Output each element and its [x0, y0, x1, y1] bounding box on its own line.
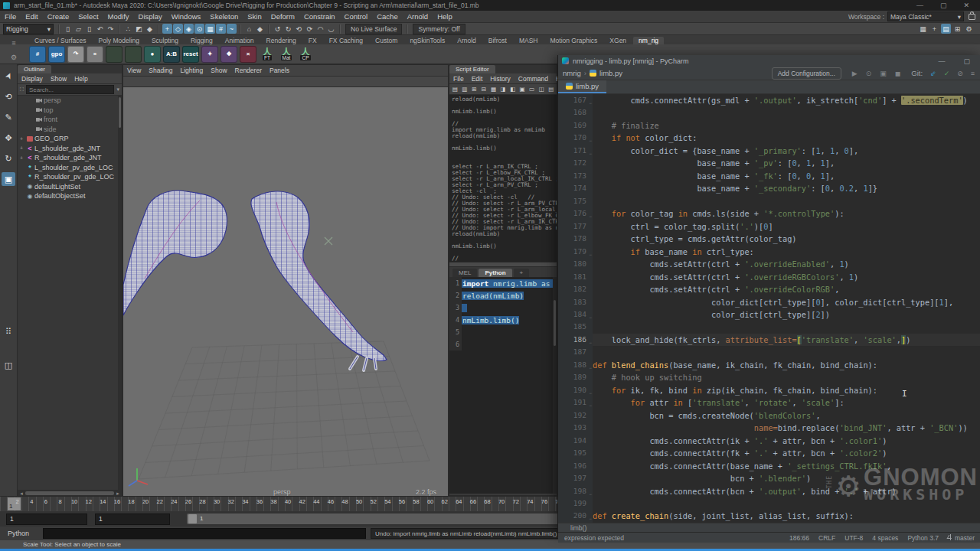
code-line-198[interactable]: 198− cmds.connectAttr(bcn + '.output', b… — [558, 485, 980, 497]
lock-selection-icon[interactable]: ⌂ — [244, 24, 254, 34]
script-editor-menu-history[interactable]: History — [486, 75, 514, 83]
run-icon[interactable]: ▶ — [851, 70, 859, 77]
code-line-194[interactable]: 194 cmds.connectAttr(ik + '.' + attr, bc… — [558, 435, 980, 447]
viewport-menu-view[interactable]: View — [123, 67, 145, 74]
outliner-item-side[interactable]: side — [18, 125, 122, 135]
snap-magnet-icon[interactable]: ~ — [227, 24, 237, 34]
delete-rig-tool-icon[interactable]: × — [240, 46, 256, 63]
live-surface-field[interactable]: No Live Surface — [345, 24, 402, 34]
rig-tool-a-icon[interactable]: ✦ — [201, 46, 218, 63]
echo-commands-icon[interactable]: ◨ — [499, 85, 508, 93]
code-line-181[interactable]: 181 cmds.setAttr(ctrl + '.overrideRGBCol… — [558, 271, 980, 283]
code-line-190[interactable]: 190− for ik, fk, bind in zip(ik_chain, f… — [558, 384, 980, 396]
stop-icon[interactable]: ◼ — [893, 70, 902, 77]
menu-cache[interactable]: Cache — [372, 12, 402, 21]
viewport-menu-lighting[interactable]: Lighting — [176, 67, 207, 74]
highlight-selection-icon[interactable]: ◆ — [255, 24, 265, 34]
menu-arnold[interactable]: Arnold — [403, 12, 433, 21]
menu-deform[interactable]: Deform — [266, 12, 299, 21]
undo-icon[interactable]: ↶ — [95, 24, 105, 34]
menu-create[interactable]: Create — [43, 12, 74, 21]
outliner-item-persp[interactable]: persp — [18, 96, 122, 106]
open-scene-icon[interactable]: ▱ — [74, 24, 83, 34]
workspace-lock-icon[interactable] — [969, 14, 975, 20]
status-item-4-spaces[interactable]: 4 spaces — [872, 534, 898, 542]
range-start-handle[interactable] — [188, 514, 197, 523]
execute-all-icon[interactable]: ◧ — [508, 85, 517, 93]
shelf-tab-animation[interactable]: Animation — [220, 37, 260, 44]
menu-help[interactable]: Help — [433, 12, 457, 21]
move-tool-icon[interactable]: ✥ — [2, 131, 15, 145]
code-line-176[interactable]: 176− for color_tag in cmds.ls(side + '*.… — [558, 207, 980, 220]
clear-history-icon[interactable]: ⊟ — [480, 85, 488, 93]
rig-tool-b-icon[interactable]: ❖ — [220, 46, 237, 63]
transfer-tool-icon[interactable]: » — [87, 46, 103, 63]
save-script-icon[interactable]: ▤ — [451, 85, 459, 93]
redo-icon[interactable]: ↷ — [106, 24, 116, 34]
code-line-192[interactable]: 192 bcn = cmds.createNode('blendColors', — [558, 409, 980, 422]
detach-skin-tool-icon[interactable] — [125, 46, 142, 63]
menu-constrain[interactable]: Constrain — [299, 12, 340, 21]
weight-ball-tool-icon[interactable]: ● — [144, 46, 161, 63]
left-arm-mesh[interactable] — [123, 191, 227, 315]
layout-pane-icon[interactable]: ◫ — [2, 358, 15, 372]
code-line-167[interactable]: 167− cmds.connectAttr(gs_mdl + '.output'… — [558, 94, 980, 106]
script-editor-tab[interactable]: Script Editor — [449, 65, 495, 73]
menu-control[interactable]: Control — [340, 12, 373, 21]
shelf-tab-rigging[interactable]: Rigging — [185, 37, 218, 44]
paint-select-tool-icon[interactable]: ✎ — [2, 110, 15, 124]
save-scene-icon[interactable]: ▯ — [84, 24, 94, 34]
script-editor-menu-edit[interactable]: Edit — [468, 75, 487, 83]
menu-modify[interactable]: Modify — [103, 12, 134, 21]
code-line-200[interactable]: 200−def create_chain(side, joint_list, a… — [558, 510, 980, 522]
outliner-item-l-shoulder-gde-jnt[interactable]: +<L_shoulder_gde_JNT — [18, 144, 122, 154]
debug-icon[interactable]: ⊙ — [864, 70, 874, 77]
shelf-tab-fx-caching[interactable]: FX Caching — [324, 37, 368, 44]
code-line-168[interactable]: 168 — [558, 106, 980, 119]
code-line-172[interactable]: 172 base_name + '_pv': [0, 1, 1], — [558, 157, 980, 169]
expand-icon[interactable]: + — [18, 145, 25, 151]
command-language-label[interactable]: Python — [8, 530, 38, 537]
evaluate-up-icon[interactable]: ◠ — [315, 24, 325, 34]
shelf-tab-nm-rig[interactable]: nm_rig — [633, 37, 664, 44]
close-icon[interactable]: ✕ — [963, 2, 969, 9]
code-line-183[interactable]: 183 color_dict[ctrl_type][0], color_dict… — [558, 296, 980, 308]
code-line-185[interactable]: 185 — [558, 321, 980, 333]
input-tab-[interactable]: + — [514, 269, 530, 277]
outliner-vscrollbar[interactable] — [118, 96, 122, 490]
construction-history-icon[interactable]: ⟳ — [305, 24, 315, 34]
shelf-tab-sculpting[interactable]: Sculpting — [146, 37, 184, 44]
viewport-menu-panels[interactable]: Panels — [266, 67, 293, 74]
editor-tab-limb-py[interactable]: limb.py — [558, 80, 606, 93]
clear-input-icon[interactable]: ▭ — [528, 85, 536, 93]
menu-display[interactable]: Display — [134, 12, 167, 21]
code-line-179[interactable]: 179− if base_name in ctrl_type: — [558, 246, 980, 258]
code-line-177[interactable]: 177 ctrl = color_tag.split('.')[0] — [558, 220, 980, 233]
shelf-tab-motion-graphics[interactable]: Motion Graphics — [544, 37, 603, 44]
fit-joint-tool-icon[interactable]: 人FT — [259, 46, 276, 63]
menu-skin[interactable]: Skin — [243, 12, 266, 21]
viewport-menu-show[interactable]: Show — [207, 67, 230, 74]
code-line-184[interactable]: 184− color_dict[ctrl_type][2]) — [558, 308, 980, 321]
scale-tool-icon[interactable]: ▣ — [2, 172, 15, 186]
fold-icon[interactable]: − — [589, 513, 592, 523]
snap-grid-icon[interactable]: + — [162, 24, 172, 34]
select-component-mask-icon[interactable]: ◆ — [145, 24, 155, 34]
shelf-tab-custom[interactable]: Custom — [370, 37, 403, 44]
code-line-175[interactable]: 175 — [558, 195, 980, 207]
select-hierarchy-mask-icon[interactable]: ∴ — [123, 24, 133, 34]
code-line-187[interactable]: 187 — [558, 346, 980, 358]
viewport-canvas[interactable]: persp 2.2 fps — [123, 87, 448, 497]
outliner-tab[interactable]: Outliner — [18, 65, 51, 73]
help-docs-icon[interactable]: ▤ — [547, 85, 555, 93]
open-script-icon[interactable]: ▥ — [461, 85, 469, 93]
outliner-item-l-shoulder-pv-gde-loc[interactable]: *L_shoulder_pv_gde_LOC — [18, 163, 122, 173]
single-pane-layout-icon[interactable]: ▦ — [918, 24, 928, 34]
shelf-tab-bifrost[interactable]: Bifrost — [483, 37, 512, 44]
workspace-dropdown[interactable]: Maya Classic*▾ — [887, 11, 964, 21]
settings-gear-icon[interactable]: ⚙ — [964, 24, 974, 34]
code-line-195[interactable]: 195 cmds.connectAttr(fk + '.' + attr, bc… — [558, 447, 980, 459]
minimize-icon[interactable]: — — [938, 57, 945, 65]
code-line-174[interactable]: 174 base_name + '_secondary': [0, 0.2, 1… — [558, 182, 980, 194]
shelf-tab-xgen[interactable]: XGen — [604, 37, 632, 44]
